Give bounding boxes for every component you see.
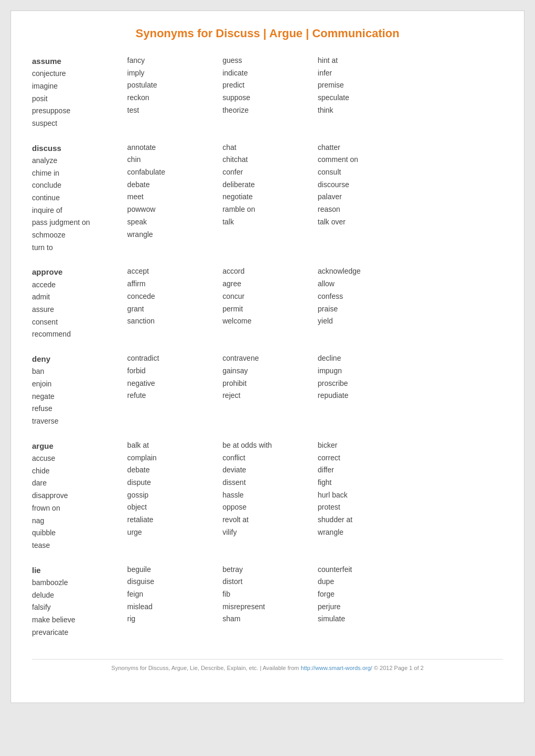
word-item: correct: [318, 452, 408, 464]
word-item: consult: [318, 167, 408, 178]
sections-container: assumeconjectureimaginepositpresupposesu…: [32, 55, 503, 638]
word-item: confess: [318, 291, 408, 303]
keyword-approve: approve: [32, 266, 122, 278]
word-item: oppose: [222, 502, 313, 513]
word-item: rig: [127, 613, 218, 625]
word-item: refuse: [32, 403, 122, 415]
word-item: discourse: [318, 179, 408, 191]
word-item: mislead: [127, 601, 218, 613]
word-item: predict: [222, 80, 313, 91]
word-item: object: [127, 502, 218, 513]
word-item: reject: [222, 390, 313, 402]
word-item: imagine: [32, 81, 122, 92]
word-item: gossip: [127, 490, 218, 501]
word-section-lie: liebamboozledeludefalsifymake believepre…: [32, 564, 503, 639]
word-item: assure: [32, 304, 122, 316]
word-item: concur: [222, 291, 313, 303]
word-item: postulate: [127, 80, 218, 91]
word-item: prohibit: [222, 378, 313, 390]
word-item: bamboozle: [32, 577, 122, 589]
word-column-2: be at odds withconflictdeviatedissenthas…: [222, 440, 313, 552]
word-item: continue: [32, 192, 122, 204]
word-item: inquire of: [32, 205, 122, 217]
word-item: praise: [318, 304, 408, 315]
word-item: permit: [222, 304, 313, 315]
word-item: feign: [127, 589, 218, 600]
word-item: acknowledge: [318, 266, 408, 277]
page-title: Synonyms for Discuss | Argue | Communica…: [32, 27, 503, 40]
word-item: yield: [318, 316, 408, 327]
word-item: agree: [222, 278, 313, 290]
word-item: powwow: [127, 204, 218, 215]
keyword-assume: assume: [32, 55, 122, 67]
word-item: betray: [222, 564, 313, 576]
word-item: gainsay: [222, 365, 313, 377]
word-column-1: contradictforbidnegativerefute: [127, 353, 218, 427]
word-item: delude: [32, 590, 122, 601]
word-item: accord: [222, 266, 313, 277]
word-item: negate: [32, 391, 122, 403]
word-item: sanction: [127, 316, 218, 327]
word-item: dupe: [318, 576, 408, 588]
word-item: simulate: [318, 613, 408, 625]
footer-link[interactable]: http://www.smart-words.org/: [301, 665, 372, 671]
keyword-lie: lie: [32, 564, 122, 576]
word-item: imply: [127, 68, 218, 79]
word-item: comment on: [318, 154, 408, 166]
word-item: chide: [32, 466, 122, 477]
word-item: differ: [318, 465, 408, 476]
word-item: pass judgment on: [32, 217, 122, 229]
word-item: confabulate: [127, 167, 218, 178]
word-item: welcome: [222, 316, 313, 327]
word-item: consent: [32, 317, 122, 328]
word-column-1: acceptaffirmconcedegrantsanction: [127, 266, 218, 340]
word-item: make believe: [32, 614, 122, 626]
word-item: premise: [318, 80, 408, 91]
word-item: contravene: [222, 353, 313, 364]
word-item: bicker: [318, 440, 408, 451]
word-column-1: beguiledisguisefeignmisleadrig: [127, 564, 218, 639]
word-item: protest: [318, 502, 408, 513]
word-item: suspect: [32, 118, 122, 129]
word-section-argue: argueaccusechidedaredisapprovefrown onna…: [32, 440, 503, 552]
word-item: forge: [318, 589, 408, 600]
word-item: disapprove: [32, 490, 122, 502]
word-item: nag: [32, 515, 122, 527]
word-column-3: hint atinferpremisespeculatethink: [318, 55, 408, 129]
word-item: tease: [32, 540, 122, 552]
keyword-discuss: discuss: [32, 142, 122, 154]
word-item: refute: [127, 390, 218, 402]
word-item: be at odds with: [222, 440, 313, 451]
word-item: traverse: [32, 416, 122, 427]
word-item: confer: [222, 167, 313, 178]
word-item: grant: [127, 304, 218, 315]
word-item: retaliate: [127, 514, 218, 526]
word-column-keyword: denybanenjoinnegaterefusetraverse: [32, 353, 122, 427]
word-item: hassle: [222, 490, 313, 501]
word-item: dissent: [222, 477, 313, 489]
word-item: deliberate: [222, 179, 313, 191]
word-item: impugn: [318, 365, 408, 377]
word-item: revolt at: [222, 514, 313, 526]
word-item: hurl back: [318, 490, 408, 501]
word-item: negotiate: [222, 191, 313, 203]
word-item: balk at: [127, 440, 218, 451]
word-item: sham: [222, 613, 313, 625]
word-item: perjure: [318, 601, 408, 613]
word-item: debate: [127, 465, 218, 476]
word-column-2: betraydistortfibmisrepresentsham: [222, 564, 313, 639]
word-section-approve: approveaccedeadmitassureconsentrecommend…: [32, 266, 503, 340]
word-item: admit: [32, 291, 122, 303]
word-item: proscribe: [318, 378, 408, 390]
word-item: reason: [318, 204, 408, 215]
word-item: chin: [127, 154, 218, 166]
word-item: conflict: [222, 452, 313, 464]
word-item: affirm: [127, 278, 218, 290]
word-item: prevaricate: [32, 627, 122, 639]
word-item: schmooze: [32, 230, 122, 241]
word-item: chatter: [318, 142, 408, 154]
word-column-3: declineimpugnproscriberepudiate: [318, 353, 408, 427]
footer-text: Synonyms for Discuss, Argue, Lie, Descri…: [111, 665, 299, 671]
word-column-3: counterfeitdupeforgeperjuresimulate: [318, 564, 408, 639]
word-item: posit: [32, 93, 122, 105]
